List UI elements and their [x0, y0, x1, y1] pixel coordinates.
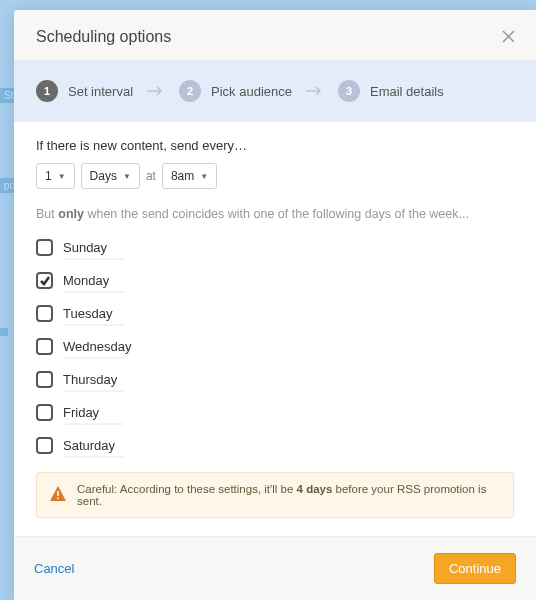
step-label: Set interval — [68, 84, 133, 99]
scheduling-modal: Scheduling options 1 Set interval 2 Pick… — [14, 10, 536, 600]
step-set-interval[interactable]: 1 Set interval — [36, 80, 133, 102]
interval-unit-select[interactable]: Days ▼ — [81, 163, 140, 189]
caret-down-icon: ▼ — [200, 172, 208, 181]
checkbox[interactable] — [36, 272, 53, 289]
caret-down-icon: ▼ — [58, 172, 66, 181]
interval-time-value: 8am — [171, 169, 194, 183]
cancel-button[interactable]: Cancel — [34, 561, 74, 576]
modal-body: If there is new content, send every… 1 ▼… — [14, 122, 536, 536]
day-label: Saturday — [63, 438, 115, 453]
day-label: Friday — [63, 405, 99, 420]
warning-text: Careful: According to these settings, it… — [77, 483, 501, 507]
checkbox[interactable] — [36, 404, 53, 421]
day-sunday[interactable]: Sunday — [36, 239, 514, 256]
only-line: But only when the send coincides with on… — [36, 207, 514, 221]
interval-count-select[interactable]: 1 ▼ — [36, 163, 75, 189]
day-label: Tuesday — [63, 306, 112, 321]
interval-count-value: 1 — [45, 169, 52, 183]
day-monday[interactable]: Monday — [36, 272, 514, 289]
interval-time-select[interactable]: 8am ▼ — [162, 163, 217, 189]
close-icon — [502, 30, 515, 43]
day-thursday[interactable]: Thursday — [36, 371, 514, 388]
step-label: Pick audience — [211, 84, 292, 99]
day-list: Sunday Monday Tuesday Wednesday Thursday… — [36, 239, 514, 454]
day-label: Monday — [63, 273, 109, 288]
day-tuesday[interactable]: Tuesday — [36, 305, 514, 322]
step-number: 1 — [36, 80, 58, 102]
svg-rect-0 — [57, 491, 59, 496]
day-label: Wednesday — [63, 339, 131, 354]
intro-text: If there is new content, send every… — [36, 138, 514, 153]
day-label: Sunday — [63, 240, 107, 255]
modal-title: Scheduling options — [36, 28, 516, 46]
checkbox[interactable] — [36, 305, 53, 322]
day-friday[interactable]: Friday — [36, 404, 514, 421]
close-button[interactable] — [498, 26, 518, 46]
interval-row: 1 ▼ Days ▼ at 8am ▼ — [36, 163, 514, 189]
day-wednesday[interactable]: Wednesday — [36, 338, 514, 355]
checkbox[interactable] — [36, 239, 53, 256]
step-label: Email details — [370, 84, 444, 99]
interval-unit-value: Days — [90, 169, 117, 183]
day-saturday[interactable]: Saturday — [36, 437, 514, 454]
modal-header: Scheduling options — [14, 10, 536, 60]
day-label: Thursday — [63, 372, 117, 387]
checkbox[interactable] — [36, 437, 53, 454]
checkbox[interactable] — [36, 371, 53, 388]
step-number: 2 — [179, 80, 201, 102]
warning-icon — [49, 485, 67, 505]
at-label: at — [146, 169, 156, 183]
continue-button[interactable]: Continue — [434, 553, 516, 584]
checkbox[interactable] — [36, 338, 53, 355]
stepper: 1 Set interval 2 Pick audience 3 Email d… — [14, 60, 536, 122]
chevron-right-icon — [306, 82, 324, 100]
svg-rect-1 — [57, 498, 59, 500]
step-number: 3 — [338, 80, 360, 102]
modal-footer: Cancel Continue — [14, 536, 536, 600]
chevron-right-icon — [147, 82, 165, 100]
caret-down-icon: ▼ — [123, 172, 131, 181]
step-email-details[interactable]: 3 Email details — [338, 80, 444, 102]
warning-box: Careful: According to these settings, it… — [36, 472, 514, 518]
step-pick-audience[interactable]: 2 Pick audience — [179, 80, 292, 102]
